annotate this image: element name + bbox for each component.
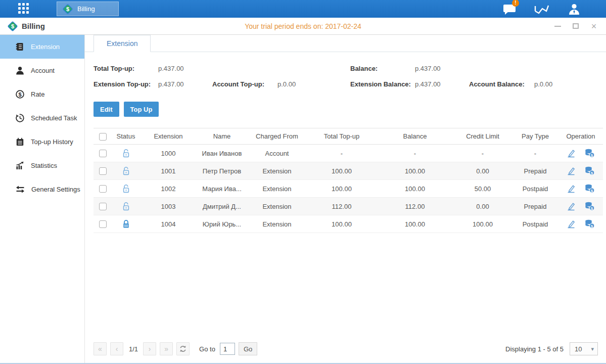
minimize-button[interactable]	[553, 22, 562, 30]
unlocked-icon	[122, 166, 130, 175]
cell-operation: $	[558, 198, 603, 215]
app-grid-icon[interactable]	[18, 3, 30, 15]
goto-page-input[interactable]	[220, 343, 235, 355]
taskbar-tab-label: Billing	[77, 5, 95, 13]
close-button[interactable]: ×	[590, 22, 598, 30]
prev-page-button[interactable]: ‹	[110, 342, 123, 355]
status-lock-icon[interactable]	[112, 145, 140, 162]
notepad-icon	[16, 138, 24, 146]
extension-topup-value: p.437.00	[158, 80, 212, 88]
edit-icon[interactable]	[567, 202, 576, 211]
cell-name: Петр Петров	[197, 162, 247, 180]
sidebar-item-topup-history[interactable]: Top-up History	[0, 130, 84, 154]
cell-charged-from: Extension	[247, 180, 307, 198]
edit-icon[interactable]	[567, 219, 576, 229]
refresh-button[interactable]	[176, 342, 190, 355]
total-topup-label: Total Top-up:	[94, 65, 158, 72]
cell-charged-from: Extension	[247, 215, 307, 233]
select-all-checkbox[interactable]	[99, 133, 107, 141]
cell-charged-from: Extension	[247, 198, 307, 215]
window-title-text: Billing	[22, 22, 45, 30]
cell-extension: 1004	[140, 215, 197, 233]
cell-credit-limit: 100.00	[453, 215, 512, 233]
cell-operation: $	[558, 180, 603, 198]
taskbar: Billing !	[0, 0, 606, 18]
sidebar-item-label: General Settings	[31, 186, 80, 193]
sidebar-item-label: Scheduled Task	[31, 114, 77, 122]
tab-extension[interactable]: Extension	[94, 35, 151, 52]
edit-icon[interactable]	[567, 149, 576, 158]
sidebar-item-label: Extension	[31, 43, 60, 51]
cell-pay-type: Postpaid	[512, 180, 558, 198]
displaying-info: Displaying 1 - 5 of 5	[505, 345, 564, 353]
row-checkbox[interactable]	[99, 167, 107, 175]
sidebar-item-rate[interactable]: $ Rate	[0, 82, 84, 106]
row-checkbox[interactable]	[99, 203, 107, 210]
status-lock-icon[interactable]	[112, 162, 140, 180]
sidebar-item-statistics[interactable]: Statistics	[0, 154, 84, 177]
goto-label: Go to	[199, 345, 215, 353]
taskbar-right-icons: !	[502, 3, 582, 16]
cell-extension: 1002	[140, 180, 197, 198]
next-page-button[interactable]: ›	[143, 342, 156, 355]
notifications-icon[interactable]: !	[502, 3, 517, 16]
cell-credit-limit: -	[453, 145, 512, 162]
col-header-extension: Extension	[140, 128, 197, 145]
sidebar-item-label: Rate	[31, 90, 44, 98]
cell-charged-from: Account	[247, 145, 307, 162]
notification-badge: !	[512, 0, 519, 7]
sidebar-item-extension[interactable]: Extension	[0, 35, 84, 59]
chevron-down-icon: ▾	[591, 346, 594, 352]
first-page-button[interactable]: «	[94, 342, 107, 355]
page-size-select[interactable]: 10 ▾	[570, 342, 598, 355]
sidebar-item-label: Top-up History	[31, 138, 73, 146]
edit-icon[interactable]	[567, 184, 576, 193]
topup-money-icon[interactable]: $	[584, 184, 595, 193]
topup-button[interactable]: Top Up	[124, 102, 159, 117]
table-row: 1003 Дмитрий Д... Extension 112.00 112.0…	[94, 198, 603, 215]
balance-label: Balance:	[350, 65, 415, 72]
row-checkbox[interactable]	[99, 150, 107, 157]
sidebar-item-label: Statistics	[31, 162, 57, 169]
resource-monitor-icon[interactable]	[534, 3, 549, 16]
extension-balance-value: p.437.00	[415, 80, 469, 88]
edit-button[interactable]: Edit	[94, 102, 119, 117]
edit-icon[interactable]	[567, 166, 576, 175]
sidebar-item-label: Account	[31, 67, 55, 74]
user-account-icon[interactable]	[567, 3, 582, 16]
page-size-value: 10	[575, 345, 582, 353]
maximize-button[interactable]	[572, 22, 580, 30]
go-button[interactable]: Go	[239, 342, 257, 355]
svg-text:$: $	[18, 92, 21, 98]
cell-pay-type: Prepaid	[512, 162, 558, 180]
tab-strip: Extension	[85, 35, 606, 52]
row-checkbox[interactable]	[99, 185, 107, 193]
topup-money-icon[interactable]: $	[584, 219, 595, 229]
topup-money-icon[interactable]: $	[584, 149, 595, 158]
cell-credit-limit: 0.00	[453, 162, 512, 180]
cell-total-topup: 100.00	[307, 162, 377, 180]
cell-total-topup: 112.00	[307, 198, 377, 215]
status-lock-icon[interactable]	[112, 215, 140, 233]
status-lock-icon[interactable]	[112, 198, 140, 215]
balance-value: p.437.00	[415, 65, 441, 72]
extension-balance-label: Extension Balance:	[350, 80, 415, 88]
status-lock-icon[interactable]	[112, 180, 140, 198]
cell-name: Юрий Юрь...	[197, 215, 247, 233]
last-page-button[interactable]: »	[160, 342, 173, 355]
topup-money-icon[interactable]: $	[584, 166, 595, 175]
cell-total-topup: 100.00	[307, 180, 377, 198]
taskbar-tab-billing[interactable]: Billing	[57, 2, 119, 16]
topup-money-icon[interactable]: $	[584, 202, 595, 211]
col-header-credit-limit: Credit Limit	[453, 128, 512, 145]
locked-icon	[122, 219, 130, 229]
sidebar-item-general-settings[interactable]: General Settings	[0, 177, 84, 201]
sidebar-item-account[interactable]: Account	[0, 59, 84, 82]
cell-balance: 112.00	[377, 198, 453, 215]
billing-title-icon	[7, 21, 18, 32]
row-checkbox[interactable]	[99, 220, 107, 228]
sidebar-item-scheduled-task[interactable]: Scheduled Task	[0, 106, 84, 130]
cell-extension: 1003	[140, 198, 197, 215]
cell-name: Иван Иванов	[197, 145, 247, 162]
billing-app-icon	[62, 4, 73, 15]
